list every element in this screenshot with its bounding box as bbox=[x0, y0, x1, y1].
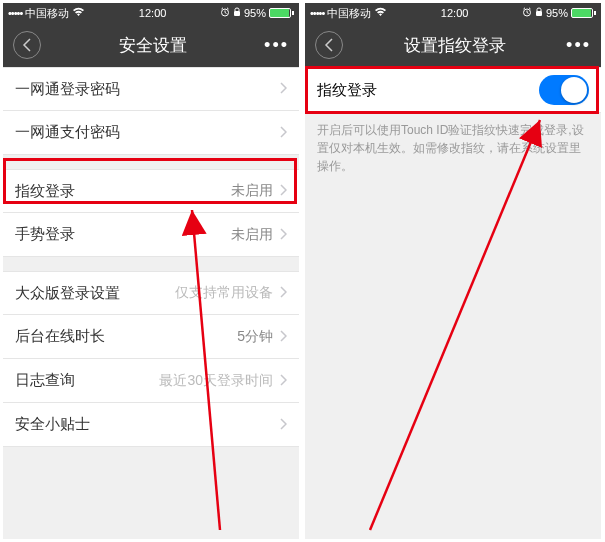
left-screen: ••••• 中国移动 12:00 95% bbox=[3, 3, 299, 539]
chevron-right-icon bbox=[279, 416, 287, 434]
list-item[interactable]: 一网通登录密码 bbox=[3, 67, 299, 111]
signal-dots-icon: ••••• bbox=[8, 7, 22, 19]
status-time: 12:00 bbox=[139, 7, 167, 19]
switch-label: 指纹登录 bbox=[317, 81, 377, 100]
chevron-right-icon bbox=[279, 328, 287, 346]
lock-icon bbox=[233, 7, 241, 19]
svg-rect-1 bbox=[234, 11, 240, 16]
chevron-right-icon bbox=[279, 182, 287, 200]
battery-icon bbox=[269, 8, 294, 18]
back-button[interactable] bbox=[315, 31, 343, 59]
status-bar: ••••• 中国移动 12:00 95% bbox=[305, 3, 601, 23]
page-title: 设置指纹登录 bbox=[404, 34, 506, 57]
battery-percent: 95% bbox=[244, 7, 266, 19]
wifi-icon bbox=[72, 7, 85, 19]
chevron-right-icon bbox=[279, 80, 287, 98]
alarm-icon bbox=[220, 7, 230, 19]
list-item[interactable]: 安全小贴士 bbox=[3, 403, 299, 447]
status-time: 12:00 bbox=[441, 7, 469, 19]
back-button[interactable] bbox=[13, 31, 41, 59]
wifi-icon bbox=[374, 7, 387, 19]
chevron-right-icon bbox=[279, 226, 287, 244]
item-label: 一网通登录密码 bbox=[15, 80, 120, 99]
nav-bar: 设置指纹登录 ••• bbox=[305, 23, 601, 67]
signal-dots-icon: ••••• bbox=[310, 7, 324, 19]
svg-rect-3 bbox=[536, 11, 542, 16]
item-value: 5分钟 bbox=[237, 328, 273, 346]
item-label: 手势登录 bbox=[15, 225, 75, 244]
battery-icon bbox=[571, 8, 596, 18]
list-item[interactable]: 后台在线时长5分钟 bbox=[3, 315, 299, 359]
carrier-label: 中国移动 bbox=[327, 6, 371, 21]
alarm-icon bbox=[522, 7, 532, 19]
hint-text: 开启后可以使用Touch ID验证指纹快速完成登录,设置仅对本机生效。如需修改指… bbox=[305, 113, 601, 183]
chevron-right-icon bbox=[279, 124, 287, 142]
status-bar: ••••• 中国移动 12:00 95% bbox=[3, 3, 299, 23]
item-label: 指纹登录 bbox=[15, 182, 75, 201]
fingerprint-toggle[interactable] bbox=[539, 75, 589, 105]
chevron-left-icon bbox=[324, 38, 334, 52]
fingerprint-login-row: 指纹登录 bbox=[305, 67, 601, 113]
item-value: 仅支持常用设备 bbox=[175, 284, 273, 302]
switch-knob bbox=[561, 77, 587, 103]
nav-bar: 安全设置 ••• bbox=[3, 23, 299, 67]
battery-percent: 95% bbox=[546, 7, 568, 19]
item-value: 最近30天登录时间 bbox=[159, 372, 273, 390]
more-button[interactable]: ••• bbox=[264, 35, 289, 56]
list-item[interactable]: 日志查询最近30天登录时间 bbox=[3, 359, 299, 403]
list-item[interactable]: 指纹登录未启用 bbox=[3, 169, 299, 213]
item-label: 一网通支付密码 bbox=[15, 123, 120, 142]
lock-icon bbox=[535, 7, 543, 19]
more-button[interactable]: ••• bbox=[566, 35, 591, 56]
item-label: 安全小贴士 bbox=[15, 415, 90, 434]
item-value: 未启用 bbox=[231, 226, 273, 244]
list-item[interactable]: 一网通支付密码 bbox=[3, 111, 299, 155]
page-title: 安全设置 bbox=[119, 34, 187, 57]
list-item[interactable]: 手势登录未启用 bbox=[3, 213, 299, 257]
chevron-right-icon bbox=[279, 284, 287, 302]
carrier-label: 中国移动 bbox=[25, 6, 69, 21]
list-item[interactable]: 大众版登录设置仅支持常用设备 bbox=[3, 271, 299, 315]
right-screen: ••••• 中国移动 12:00 95% bbox=[305, 3, 601, 539]
settings-list: 一网通登录密码一网通支付密码指纹登录未启用手势登录未启用大众版登录设置仅支持常用… bbox=[3, 67, 299, 447]
chevron-left-icon bbox=[22, 38, 32, 52]
chevron-right-icon bbox=[279, 372, 287, 390]
item-label: 大众版登录设置 bbox=[15, 284, 120, 303]
item-label: 日志查询 bbox=[15, 371, 75, 390]
item-label: 后台在线时长 bbox=[15, 327, 105, 346]
item-value: 未启用 bbox=[231, 182, 273, 200]
